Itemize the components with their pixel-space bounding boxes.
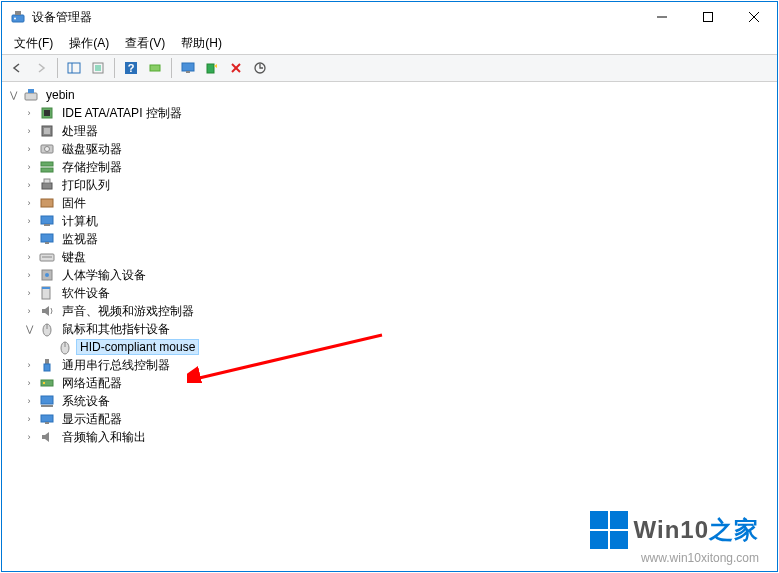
- svg-rect-53: [41, 396, 53, 404]
- titlebar[interactable]: 设备管理器: [2, 2, 777, 32]
- tree-category[interactable]: › IDE ATA/ATAPI 控制器: [4, 104, 775, 122]
- expand-icon[interactable]: ›: [22, 304, 36, 318]
- category-label: 显示适配器: [58, 411, 126, 428]
- svg-rect-37: [41, 234, 53, 242]
- svg-rect-32: [42, 183, 52, 189]
- expand-icon[interactable]: ›: [22, 106, 36, 120]
- tree-category[interactable]: › 监视器: [4, 230, 775, 248]
- tree-category[interactable]: › 网络适配器: [4, 374, 775, 392]
- svg-rect-7: [68, 63, 80, 73]
- tree-category[interactable]: › 存储控制器: [4, 158, 775, 176]
- svg-point-29: [45, 147, 50, 152]
- tree-category[interactable]: › 打印队列: [4, 176, 775, 194]
- toolbar-scan-button[interactable]: [201, 57, 223, 79]
- toolbar-remove-button[interactable]: [225, 57, 247, 79]
- expand-icon[interactable]: ›: [22, 142, 36, 156]
- svg-rect-56: [45, 422, 49, 424]
- expand-icon[interactable]: ›: [22, 394, 36, 408]
- cpu-icon: [39, 123, 55, 139]
- expand-icon[interactable]: ›: [22, 268, 36, 282]
- expand-icon[interactable]: ›: [22, 160, 36, 174]
- tree-device[interactable]: HID-compliant mouse: [4, 338, 775, 356]
- toolbar: ?: [2, 54, 777, 82]
- svg-rect-36: [44, 224, 50, 226]
- toolbar-forward-button[interactable]: [30, 57, 52, 79]
- svg-rect-15: [150, 65, 160, 71]
- category-label: 软件设备: [58, 285, 114, 302]
- category-label: 鼠标和其他指针设备: [58, 321, 174, 338]
- tree-category[interactable]: › 磁盘驱动器: [4, 140, 775, 158]
- category-label: 打印队列: [58, 177, 114, 194]
- svg-rect-51: [41, 380, 53, 386]
- close-button[interactable]: [731, 2, 777, 32]
- tree-root-node[interactable]: ⋁ yebin: [4, 86, 775, 104]
- tree-category[interactable]: › 软件设备: [4, 284, 775, 302]
- svg-point-42: [45, 273, 49, 277]
- toolbar-properties-button[interactable]: [87, 57, 109, 79]
- category-label: 网络适配器: [58, 375, 126, 392]
- toolbar-separator: [57, 58, 58, 78]
- display-icon: [39, 411, 55, 427]
- toolbar-back-button[interactable]: [6, 57, 28, 79]
- tree-category[interactable]: › 固件: [4, 194, 775, 212]
- svg-rect-52: [43, 382, 45, 384]
- expand-icon[interactable]: ⋁: [6, 88, 20, 102]
- expand-icon[interactable]: ›: [22, 430, 36, 444]
- tree-category[interactable]: › 人体学输入设备: [4, 266, 775, 284]
- toolbar-show-hide-button[interactable]: [63, 57, 85, 79]
- tree-category[interactable]: › 通用串行总线控制器: [4, 356, 775, 374]
- svg-rect-16: [182, 63, 194, 71]
- expand-icon[interactable]: ›: [22, 358, 36, 372]
- tree-category[interactable]: › 处理器: [4, 122, 775, 140]
- expand-icon[interactable]: ›: [22, 124, 36, 138]
- svg-rect-1: [15, 11, 21, 15]
- tree-content[interactable]: ⋁ yebin › IDE ATA/ATAPI 控制器 › 处理器 › 磁盘驱动…: [2, 82, 777, 571]
- svg-rect-33: [44, 179, 50, 183]
- tree-category[interactable]: › 音频输入和输出: [4, 428, 775, 446]
- category-label: 固件: [58, 195, 90, 212]
- window-controls: [639, 2, 777, 32]
- expand-icon[interactable]: ›: [22, 178, 36, 192]
- svg-rect-22: [25, 93, 37, 100]
- watermark-url: www.win10xitong.com: [590, 551, 759, 565]
- expand-icon[interactable]: ›: [22, 412, 36, 426]
- category-label: 处理器: [58, 123, 102, 140]
- network-icon: [39, 375, 55, 391]
- expand-icon[interactable]: ›: [22, 376, 36, 390]
- category-label: 键盘: [58, 249, 90, 266]
- root-label: yebin: [42, 88, 79, 102]
- tree-category[interactable]: › 系统设备: [4, 392, 775, 410]
- menu-action[interactable]: 操作(A): [63, 33, 115, 54]
- device-label: HID-compliant mouse: [76, 339, 199, 355]
- toolbar-device-button[interactable]: [144, 57, 166, 79]
- sound-icon: [39, 303, 55, 319]
- menu-file[interactable]: 文件(F): [8, 33, 59, 54]
- expand-icon[interactable]: ›: [22, 196, 36, 210]
- tree-category[interactable]: › 显示适配器: [4, 410, 775, 428]
- firmware-icon: [39, 195, 55, 211]
- svg-rect-31: [41, 168, 53, 172]
- collapse-icon[interactable]: ⋁: [22, 322, 36, 336]
- mouse-icon: [39, 321, 55, 337]
- app-icon: [10, 9, 26, 25]
- tree-category[interactable]: › 键盘: [4, 248, 775, 266]
- tree-category[interactable]: › 声音、视频和游戏控制器: [4, 302, 775, 320]
- toolbar-monitor-button[interactable]: [177, 57, 199, 79]
- svg-rect-35: [41, 216, 53, 224]
- expand-icon[interactable]: ›: [22, 214, 36, 228]
- tree-category[interactable]: ⋁ 鼠标和其他指针设备: [4, 320, 775, 338]
- expand-icon[interactable]: ›: [22, 232, 36, 246]
- menu-help[interactable]: 帮助(H): [175, 33, 228, 54]
- expand-icon[interactable]: ›: [22, 250, 36, 264]
- minimize-button[interactable]: [639, 2, 685, 32]
- expand-icon[interactable]: ›: [22, 286, 36, 300]
- svg-point-2: [14, 18, 16, 20]
- maximize-button[interactable]: [685, 2, 731, 32]
- toolbar-update-button[interactable]: [249, 57, 271, 79]
- watermark-suffix: 之家: [709, 516, 759, 543]
- menu-view[interactable]: 查看(V): [119, 33, 171, 54]
- svg-rect-54: [41, 405, 53, 407]
- toolbar-help-button[interactable]: ?: [120, 57, 142, 79]
- svg-rect-34: [41, 199, 53, 207]
- tree-category[interactable]: › 计算机: [4, 212, 775, 230]
